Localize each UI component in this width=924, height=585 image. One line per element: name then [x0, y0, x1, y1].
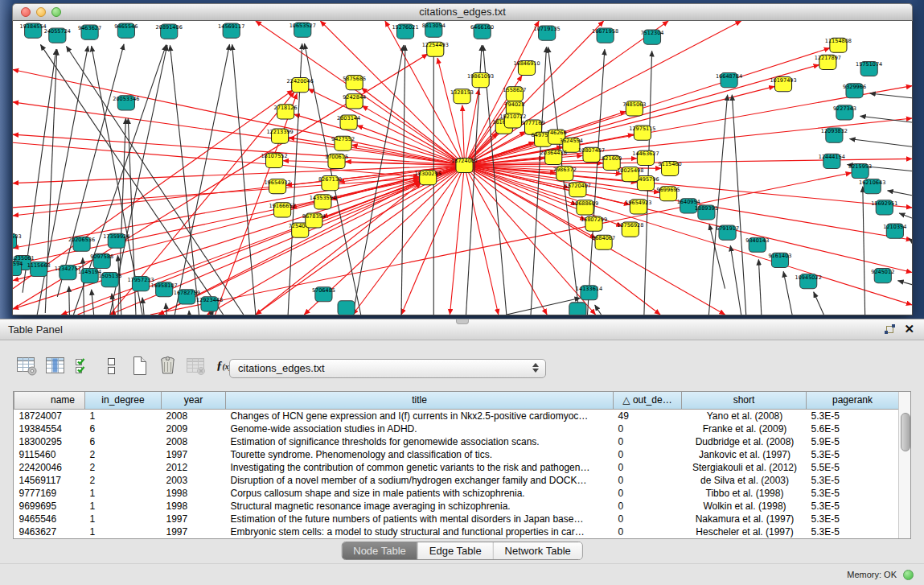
table-cell[interactable]: Investigating the contribution of common…: [226, 461, 614, 474]
table-selector-dropdown[interactable]: citations_edges.txt: [229, 359, 546, 378]
table-cell[interactable]: 2: [85, 448, 162, 461]
table-cell[interactable]: Hescheler et al. (1997): [682, 525, 807, 538]
table-cell[interactable]: 1997: [162, 448, 226, 461]
tab-node-table[interactable]: Node Table: [342, 542, 417, 559]
table-cell[interactable]: 1998: [162, 487, 226, 500]
table-cell[interactable]: 5.5E-5: [807, 461, 899, 474]
table-cell[interactable]: 0: [614, 448, 682, 461]
column-header-year[interactable]: year: [162, 392, 226, 409]
table-cell[interactable]: Corpus callosum shape and size in male p…: [226, 487, 614, 500]
table-row[interactable]: 2242004622012Investigating the contribut…: [14, 461, 899, 474]
column-header-short[interactable]: short: [682, 392, 807, 409]
table-cell[interactable]: 19384554: [14, 422, 85, 435]
table-cell[interactable]: Wolkin et al. (1998): [682, 500, 807, 513]
table-cell[interactable]: 9777169: [14, 487, 85, 500]
column-header-name[interactable]: name: [14, 392, 85, 409]
table-cell[interactable]: Yano et al. (2008): [682, 409, 807, 422]
close-window-button[interactable]: [21, 7, 31, 17]
table-cell[interactable]: 5.3E-5: [807, 474, 899, 487]
table-cell[interactable]: 9463627: [14, 525, 85, 538]
table-cell[interactable]: Estimation of the future numbers of pati…: [226, 513, 614, 525]
column-header-title[interactable]: title: [226, 392, 614, 409]
table-cell[interactable]: 1: [85, 487, 162, 500]
unselect-all-button[interactable]: [99, 352, 124, 378]
table-cell[interactable]: 9115460: [14, 448, 85, 461]
delete-columns-button[interactable]: [155, 352, 180, 378]
table-cell[interactable]: 5.3E-5: [807, 500, 899, 513]
table-cell[interactable]: 9699695: [14, 500, 85, 513]
column-header-in-degree[interactable]: in_degree: [85, 392, 162, 409]
table-cell[interactable]: 0: [614, 461, 682, 474]
table-cell[interactable]: 0: [614, 435, 682, 448]
table-cell[interactable]: 1997: [162, 513, 226, 525]
table-cell[interactable]: 18724007: [14, 409, 85, 422]
table-cell[interactable]: 2009: [162, 422, 226, 435]
table-cell[interactable]: 2008: [162, 435, 226, 448]
table-cell[interactable]: Nakamura et al. (1997): [682, 513, 807, 525]
table-cell[interactable]: 5.3E-5: [807, 513, 899, 525]
float-panel-icon[interactable]: [885, 324, 895, 335]
table-cell[interactable]: 2012: [162, 461, 226, 474]
table-cell[interactable]: 0: [614, 525, 682, 538]
table-cell[interactable]: 0: [614, 422, 682, 435]
table-cell[interactable]: 2: [85, 474, 162, 487]
minimize-window-button[interactable]: [36, 7, 46, 17]
table-cell[interactable]: Tibbo et al. (1998): [682, 487, 807, 500]
table-cell[interactable]: 2008: [162, 409, 226, 422]
table-cell[interactable]: 1: [85, 525, 162, 538]
graph-node[interactable]: [338, 301, 355, 315]
table-cell[interactable]: 0: [614, 474, 682, 487]
panel-drag-handle[interactable]: [456, 319, 469, 324]
table-cell[interactable]: Estimation of significance thresholds fo…: [226, 435, 614, 448]
table-cell[interactable]: Dudbridge et al. (2008): [682, 435, 807, 448]
graph-node[interactable]: [569, 303, 586, 315]
show-columns-button[interactable]: [43, 352, 68, 378]
table-vertical-scrollbar[interactable]: [898, 392, 910, 538]
column-header-pagerank[interactable]: pagerank: [807, 392, 899, 409]
tab-network-table[interactable]: Network Table: [493, 542, 582, 559]
table-cell[interactable]: 6: [85, 435, 162, 448]
table-cell[interactable]: Embryonic stem cells: a model to study s…: [226, 525, 614, 538]
tab-edge-table[interactable]: Edge Table: [417, 542, 493, 559]
table-cell[interactable]: 2003: [162, 474, 226, 487]
table-row[interactable]: 911546021997Tourette syndrome. Phenomeno…: [14, 448, 899, 461]
table-cell[interactable]: 5.3E-5: [807, 487, 899, 500]
table-cell[interactable]: Genome-wide association studies in ADHD.: [226, 422, 614, 435]
table-cell[interactable]: 22420046: [14, 461, 85, 474]
table-cell[interactable]: 18300295: [14, 435, 85, 448]
table-row[interactable]: 1938455462009Genome-wide association stu…: [14, 422, 899, 435]
table-cell[interactable]: 5.9E-5: [807, 435, 899, 448]
table-cell[interactable]: 5.3E-5: [807, 448, 899, 461]
column-header-out-degree-sorted[interactable]: △ out_de…: [614, 392, 682, 409]
table-cell[interactable]: 1998: [162, 500, 226, 513]
table-cell[interactable]: 0: [614, 513, 682, 525]
table-cell[interactable]: Stergiakouli et al. (2012): [682, 461, 807, 474]
table-cell[interactable]: Disruption of a novel member of a sodium…: [226, 474, 614, 487]
table-cell[interactable]: 5.6E-5: [807, 422, 899, 435]
table-cell[interactable]: 0: [614, 487, 682, 500]
select-all-button[interactable]: [71, 352, 96, 378]
table-cell[interactable]: 1: [85, 500, 162, 513]
table-cell[interactable]: 5.3E-5: [807, 525, 899, 538]
table-cell[interactable]: 14569117: [14, 474, 85, 487]
table-cell[interactable]: 0: [614, 500, 682, 513]
table-cell[interactable]: Jankovic et al. (1997): [682, 448, 807, 461]
table-row[interactable]: 1872400712008Changes of HCN gene express…: [14, 409, 899, 422]
table-cell[interactable]: 5.3E-5: [807, 409, 899, 422]
table-cell[interactable]: Tourette syndrome. Phenomenology and cla…: [226, 448, 614, 461]
scrollbar-thumb[interactable]: [901, 413, 910, 451]
table-cell[interactable]: 1997: [162, 525, 226, 538]
table-row[interactable]: 946362711997Embryonic stem cells: a mode…: [14, 525, 899, 538]
zoom-window-button[interactable]: [51, 7, 61, 17]
table-row[interactable]: 946554611997Estimation of the future num…: [14, 513, 899, 525]
delete-table-button[interactable]: [183, 352, 208, 378]
network-canvas[interactable]: 1938455424055724946362794655462089140614…: [12, 21, 913, 315]
table-cell[interactable]: 2: [85, 461, 162, 474]
table-mode-button[interactable]: [14, 352, 39, 378]
table-row[interactable]: 977716911998Corpus callosum shape and si…: [14, 487, 899, 500]
close-panel-icon[interactable]: ✕: [904, 322, 914, 336]
table-cell[interactable]: 1: [85, 513, 162, 525]
table-row[interactable]: 969969511998Structural magnetic resonanc…: [14, 500, 899, 513]
table-cell[interactable]: 1: [85, 409, 162, 422]
table-row[interactable]: 1830029562008Estimation of significance …: [14, 435, 899, 448]
